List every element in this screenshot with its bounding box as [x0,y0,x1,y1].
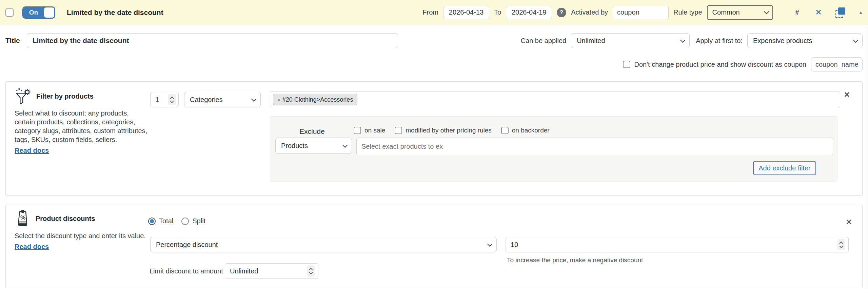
activated-by-input[interactable] [613,6,669,19]
discount-type-select[interactable]: Percentage discount [150,237,497,252]
chevron-down-icon [853,37,859,43]
stepper-arrows-icon[interactable] [168,94,176,105]
discount-amount-value: 10 [511,241,518,249]
title-label: Title [5,37,20,45]
from-label: From [422,8,438,16]
can-be-applied-label: Can be applied [521,37,567,45]
filter-read-docs-link[interactable]: Read docs [15,147,49,154]
price-tag-icon: % [15,210,31,227]
filter-section-description: Select what to discount: any products, c… [15,109,150,144]
date-from-input[interactable] [443,6,489,19]
limit-discount-stepper[interactable]: Unlimited [225,263,318,279]
rule-type-value: Common [712,8,740,16]
limit-discount-value: Unlimited [230,267,258,275]
chevron-down-icon [487,241,493,247]
discount-read-docs-link[interactable]: Read docs [15,243,49,251]
apply-at-first-label: Apply at first to: [696,37,743,45]
exclude-type-value: Products [281,142,308,150]
delete-rule-icon[interactable]: ✕ [815,9,822,16]
filter-count-stepper[interactable]: 1 [150,92,179,107]
discount-mode-radios: Total Split [148,217,210,225]
filter-section-info: Filter by products Select what to discou… [15,88,154,154]
stepper-arrows-icon[interactable] [837,239,845,250]
exclude-backorder-label: on backorder [512,127,550,134]
remove-tag-icon[interactable]: × [277,97,280,103]
stepper-arrows-icon[interactable] [307,265,315,277]
exclude-products-input[interactable] [356,138,833,155]
rule-type-label: Rule type [673,8,702,16]
svg-text:%: % [20,214,25,221]
exclude-on-sale-label: on sale [364,127,385,134]
rule-type-select[interactable]: Common [707,5,773,20]
split-radio-label: Split [192,217,205,225]
rule-header-controls: From To ? Activated by Rule type Common … [422,5,863,20]
filter-by-products-section: Filter by products Select what to discou… [5,81,863,196]
collapse-icon[interactable]: ▲ [858,9,863,15]
can-be-applied-value: Unlimited [577,37,605,45]
selected-tag-chip[interactable]: × #20 Clothing>Accessories [273,94,357,105]
rule-select-checkbox[interactable] [5,8,14,17]
scrollbar[interactable] [866,25,868,289]
exclude-on-sale-checkbox[interactable] [354,127,361,134]
coupon-row: Don't change product price and show disc… [0,57,868,72]
apply-at-first-select[interactable]: Expensive products [747,33,863,48]
activated-by-label: Activated by [571,8,608,16]
filter-type-select[interactable]: Categories [184,92,261,107]
coupon-name-input[interactable] [811,57,863,71]
exclude-checkbox-row: on sale modified by other pricing rules … [354,127,550,134]
close-discount-section-icon[interactable]: ✕ [846,219,852,226]
filter-type-value: Categories [190,96,223,104]
discount-section-description: Select the discount type and enter its v… [15,231,150,240]
exclude-modified-label: modified by other pricing rules [406,127,491,134]
to-label: To [494,8,501,16]
total-radio-label: Total [159,217,173,225]
apply-at-first-value: Expensive products [753,37,812,45]
discount-section-heading: Product discounts [36,215,95,223]
close-filter-section-icon[interactable]: ✕ [844,91,850,99]
add-exclude-filter-button[interactable]: Add exclude filter [753,161,816,175]
date-to-input[interactable] [506,6,552,19]
toggle-on-label: On [23,7,44,18]
exclude-filter-box: Exclude on sale modified by other pricin… [270,116,837,182]
rule-title: Limited by the date discount [67,8,163,17]
duplicate-rule-icon[interactable] [835,7,846,18]
filter-section-heading: Filter by products [36,92,94,100]
split-radio[interactable] [181,218,189,225]
filter-values-input[interactable]: × #20 Clothing>Accessories [270,91,840,108]
product-discounts-section: % Product discounts Select the discount … [5,205,863,288]
discount-type-value: Percentage discount [156,241,218,249]
filter-count-value: 1 [155,96,159,104]
total-radio[interactable] [148,218,156,225]
rule-enabled-toggle[interactable]: On [22,6,55,19]
chevron-down-icon [251,96,257,102]
chevron-down-icon [764,9,769,15]
chevron-down-icon [342,142,348,148]
exclude-modified-checkbox[interactable] [395,127,402,134]
exclude-backorder-checkbox[interactable] [501,127,509,134]
help-icon[interactable]: ? [557,8,566,17]
title-row: Title Can be applied Unlimited Apply at … [0,33,868,49]
can-be-applied-select[interactable]: Unlimited [571,33,690,48]
toggle-knob [44,7,54,18]
chevron-down-icon [680,37,686,43]
discount-section-info: % Product discounts Select the discount … [15,210,154,251]
discount-amount-stepper[interactable]: 10 [506,237,849,252]
rule-header-bar: On Limited by the date discount From To … [0,0,868,25]
exclude-label: Exclude [299,127,325,136]
exclude-type-select[interactable]: Products [275,138,352,154]
discount-hint: To increase the price, make a negative d… [507,256,643,264]
show-as-coupon-checkbox[interactable] [623,61,630,68]
title-input[interactable] [27,33,398,48]
limit-discount-label: Limit discount to amount [150,267,223,275]
hash-anchor-icon[interactable]: # [795,8,799,16]
filter-funnel-icon [15,88,32,105]
show-as-coupon-label: Don't change product price and show disc… [634,61,806,68]
selected-tag-label: #20 Clothing>Accessories [282,96,353,103]
